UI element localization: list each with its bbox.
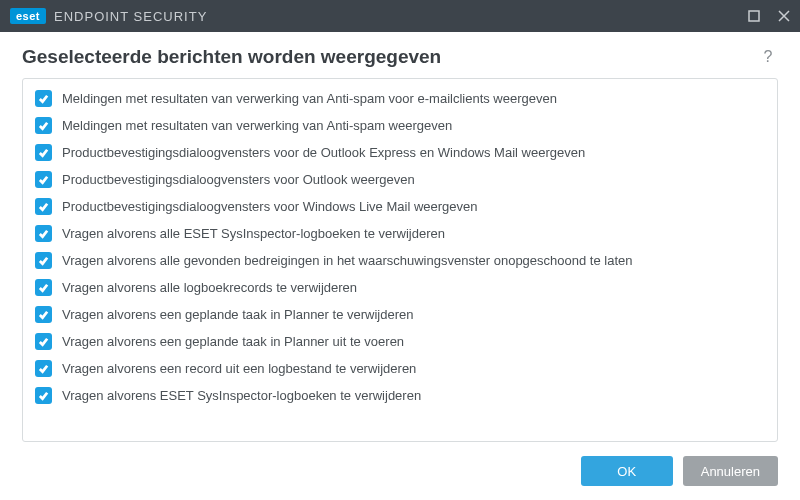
svg-rect-0 [749, 11, 759, 21]
list-item-label: Vragen alvorens een record uit een logbe… [62, 361, 416, 376]
titlebar: eset ENDPOINT SECURITY [0, 0, 800, 32]
brand-text: ENDPOINT SECURITY [54, 9, 207, 24]
list-item-label: Vragen alvorens een geplande taak in Pla… [62, 334, 404, 349]
checkbox[interactable] [35, 117, 52, 134]
list-item: Vragen alvorens alle ESET SysInspector-l… [31, 220, 769, 247]
list-item-label: Vragen alvorens ESET SysInspector-logboe… [62, 388, 421, 403]
list-item-label: Productbevestigingsdialoogvensters voor … [62, 172, 415, 187]
checkbox[interactable] [35, 252, 52, 269]
checkbox[interactable] [35, 387, 52, 404]
footer: OK Annuleren [0, 442, 800, 500]
list-item: Productbevestigingsdialoogvensters voor … [31, 166, 769, 193]
checkbox[interactable] [35, 279, 52, 296]
close-icon[interactable] [776, 8, 792, 24]
list-item-label: Productbevestigingsdialoogvensters voor … [62, 145, 585, 160]
brand-badge: eset [10, 8, 46, 24]
list-item: Vragen alvorens alle logboekrecords te v… [31, 274, 769, 301]
help-icon[interactable]: ? [758, 47, 778, 67]
list-item-label: Vragen alvorens alle ESET SysInspector-l… [62, 226, 445, 241]
list-item-label: Vragen alvorens alle gevonden bedreiging… [62, 253, 632, 268]
window-controls [746, 8, 792, 24]
list-item: Meldingen met resultaten van verwerking … [31, 112, 769, 139]
minimize-icon[interactable] [746, 8, 762, 24]
checkbox[interactable] [35, 225, 52, 242]
checkbox[interactable] [35, 171, 52, 188]
checkbox[interactable] [35, 144, 52, 161]
list-item: Vragen alvorens alle gevonden bedreiging… [31, 247, 769, 274]
list-item-label: Vragen alvorens een geplande taak in Pla… [62, 307, 413, 322]
page-title: Geselecteerde berichten worden weergegev… [22, 46, 441, 68]
messages-scroll[interactable]: Meldingen met resultaten van verwerking … [23, 79, 777, 441]
list-item: Vragen alvorens een record uit een logbe… [31, 355, 769, 382]
list-item: Productbevestigingsdialoogvensters voor … [31, 139, 769, 166]
brand: eset ENDPOINT SECURITY [10, 8, 207, 24]
checkbox[interactable] [35, 306, 52, 323]
messages-list: Meldingen met resultaten van verwerking … [22, 78, 778, 442]
list-item: Meldingen met resultaten van verwerking … [31, 85, 769, 112]
checkbox[interactable] [35, 90, 52, 107]
list-item-label: Productbevestigingsdialoogvensters voor … [62, 199, 478, 214]
header: Geselecteerde berichten worden weergegev… [0, 32, 800, 78]
list-item: Vragen alvorens een geplande taak in Pla… [31, 328, 769, 355]
cancel-button[interactable]: Annuleren [683, 456, 778, 486]
list-item-label: Meldingen met resultaten van verwerking … [62, 91, 557, 106]
list-item-label: Vragen alvorens alle logboekrecords te v… [62, 280, 357, 295]
ok-button[interactable]: OK [581, 456, 673, 486]
checkbox[interactable] [35, 198, 52, 215]
list-item: Productbevestigingsdialoogvensters voor … [31, 193, 769, 220]
list-item-label: Meldingen met resultaten van verwerking … [62, 118, 452, 133]
checkbox[interactable] [35, 333, 52, 350]
list-item: Vragen alvorens een geplande taak in Pla… [31, 301, 769, 328]
list-item: Vragen alvorens ESET SysInspector-logboe… [31, 382, 769, 409]
checkbox[interactable] [35, 360, 52, 377]
